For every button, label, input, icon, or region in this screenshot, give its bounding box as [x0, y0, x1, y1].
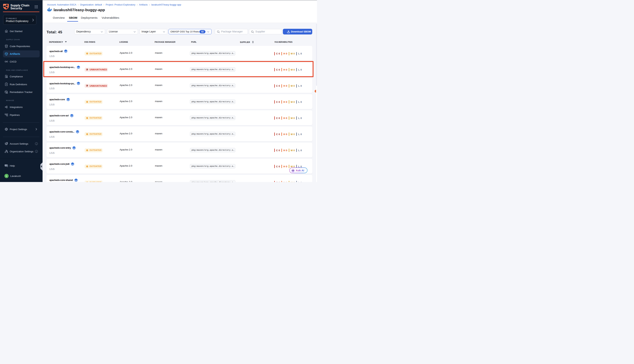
svg-text:?: ?	[6, 164, 7, 166]
